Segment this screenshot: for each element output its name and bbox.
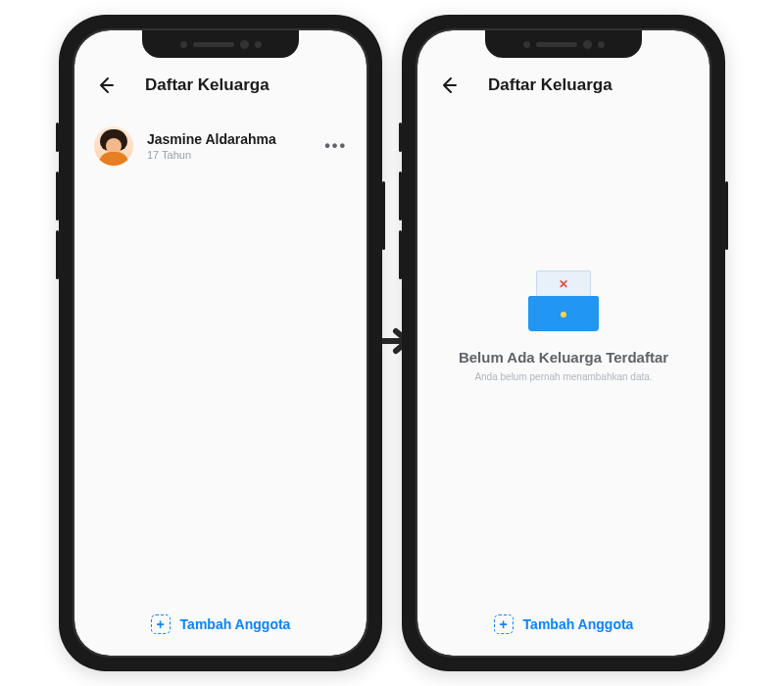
- footer: + Tambah Anggota: [74, 601, 367, 656]
- plus-icon: +: [151, 614, 171, 634]
- page-title: Daftar Keluarga: [145, 75, 270, 95]
- avatar: [94, 126, 133, 166]
- footer: + Tambah Anggota: [417, 601, 710, 656]
- add-member-label: Tambah Anggota: [180, 616, 291, 632]
- arrow-left-icon: [96, 75, 116, 95]
- more-options-button[interactable]: •••: [324, 137, 347, 155]
- add-member-button[interactable]: + Tambah Anggota: [494, 614, 634, 634]
- phone-mockup-left: Daftar Keluarga Jasmine Aldarahma 17 Tah…: [59, 15, 382, 671]
- add-member-button[interactable]: + Tambah Anggota: [151, 614, 291, 634]
- arrow-left-icon: [439, 75, 459, 95]
- empty-state-title: Belum Ada Keluarga Terdaftar: [459, 349, 668, 366]
- phone-notch: [142, 30, 299, 58]
- member-age: 17 Tahun: [147, 149, 311, 161]
- list-item[interactable]: Jasmine Aldarahma 17 Tahun •••: [94, 119, 347, 173]
- page-title: Daftar Keluarga: [488, 75, 612, 95]
- back-button[interactable]: [437, 74, 461, 97]
- member-info: Jasmine Aldarahma 17 Tahun: [147, 131, 311, 161]
- phone-mockup-right: Daftar Keluarga ✕ Belum Ada Keluarga Ter…: [402, 15, 725, 671]
- member-name: Jasmine Aldarahma: [147, 131, 311, 147]
- empty-state: ✕ Belum Ada Keluarga Terdaftar Anda belu…: [437, 119, 690, 593]
- empty-drawer-icon: ✕: [528, 270, 599, 331]
- member-list: Jasmine Aldarahma 17 Tahun •••: [74, 111, 367, 601]
- plus-icon: +: [494, 614, 514, 634]
- back-button[interactable]: [94, 74, 118, 97]
- add-member-label: Tambah Anggota: [523, 616, 634, 632]
- empty-state-container: ✕ Belum Ada Keluarga Terdaftar Anda belu…: [417, 111, 710, 601]
- phone-notch: [485, 30, 642, 58]
- dots-horizontal-icon: •••: [324, 137, 347, 154]
- empty-state-subtitle: Anda belum pernah menambahkan data.: [474, 371, 652, 382]
